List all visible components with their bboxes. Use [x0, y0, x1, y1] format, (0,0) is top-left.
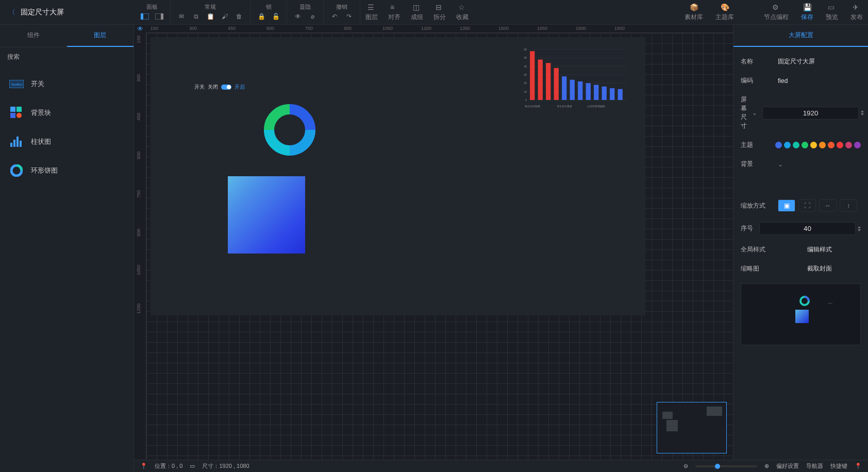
capture-cover-button[interactable]: 截取封面	[778, 264, 861, 273]
layer-item-donut[interactable]: 环形饼图	[7, 156, 126, 185]
nav-button[interactable]: 导航器	[806, 462, 823, 470]
tab-layers[interactable]: 图层	[67, 25, 134, 47]
theme-lib-button[interactable]: 🎨主题库	[710, 1, 739, 24]
ruler-corner-icon[interactable]: 👁	[134, 25, 146, 33]
node-editor-button[interactable]: ⚙节点编程	[759, 1, 794, 24]
align-menu-label: 对齐	[388, 13, 400, 22]
svg-rect-35	[570, 80, 575, 100]
theme-swatch[interactable]	[854, 142, 861, 148]
preview-label: 预览	[826, 13, 838, 22]
order-label: 序号	[741, 224, 754, 233]
theme-swatch[interactable]	[845, 142, 852, 148]
panel-left-icon[interactable]	[140, 12, 149, 21]
material-lib-button[interactable]: 📦素材库	[679, 1, 708, 24]
scale-mode-width[interactable]: ↔	[819, 199, 837, 212]
thumbnail-preview: —	[741, 283, 861, 345]
theme-lib-label: 主题库	[715, 13, 734, 22]
order-input[interactable]	[759, 222, 856, 235]
zoom-slider[interactable]	[695, 465, 757, 467]
bar-chart-icon	[9, 136, 24, 148]
svg-rect-13	[20, 141, 22, 147]
shortcut-button[interactable]: 快捷键	[830, 462, 847, 470]
theme-swatch[interactable]	[775, 142, 782, 148]
unlock-icon[interactable]: 🔓	[271, 12, 280, 21]
undo-icon[interactable]: ↶	[330, 12, 339, 21]
theme-swatch[interactable]	[837, 142, 843, 148]
size-value: 1920 , 1080	[219, 463, 249, 469]
chevron-down-icon[interactable]: ⌄	[752, 109, 757, 116]
favorite-button[interactable]: ☆收藏	[451, 1, 474, 24]
svg-text:30: 30	[524, 73, 527, 76]
layer-item-bar[interactable]: 柱状图	[7, 127, 126, 156]
theme-swatch[interactable]	[810, 142, 817, 148]
width-input[interactable]	[762, 107, 859, 120]
toolbar: 面板 常规 ✉ ⧉ 📋 🖌 🗑 锁 🔒 🔓 显隐	[134, 1, 868, 24]
layer-label: 环形饼图	[31, 166, 58, 175]
canvas-grid[interactable]: 开关 关闭 开启 0102030405060每日访问链接考生排名看板公司经营驾驶…	[146, 33, 733, 460]
ungroup-button[interactable]: ⊟拆分	[428, 1, 451, 24]
config-tab[interactable]: 大屏配置	[733, 25, 868, 47]
brush-icon[interactable]: 🖌	[220, 12, 229, 21]
chevron-down-icon[interactable]: ⌄	[778, 161, 783, 168]
zoom-out-icon[interactable]: ⊖	[683, 463, 688, 469]
svg-rect-31	[538, 60, 543, 100]
lock-icon[interactable]: 🔒	[257, 12, 266, 21]
pin-icon[interactable]: 📍	[140, 463, 147, 469]
group-button[interactable]: ◫成组	[406, 1, 428, 24]
size-icon: ▭	[190, 463, 195, 469]
edit-style-button[interactable]: 编辑样式	[778, 245, 861, 254]
paste-icon[interactable]: 📋	[206, 12, 215, 21]
name-value[interactable]: 固定尺寸大屏	[778, 57, 861, 66]
tab-components[interactable]: 组件	[0, 25, 67, 47]
thumb-label: 缩略图	[741, 264, 773, 273]
stage[interactable]: 开关 关闭 开启 0102030405060每日访问链接考生排名看板公司经营驾驶…	[151, 37, 645, 315]
global-style-label: 全局样式	[741, 245, 773, 254]
code-value[interactable]: fied	[778, 77, 861, 85]
bar-chart-widget[interactable]: 0102030405060每日访问链接考生排名看板公司经营驾驶舱	[519, 47, 627, 109]
panel-right-icon[interactable]	[155, 12, 164, 21]
donut-widget[interactable]	[261, 102, 318, 158]
switch-off-label: 关闭	[208, 83, 218, 91]
theme-swatch[interactable]	[802, 142, 808, 148]
show-icon[interactable]: 👁	[293, 12, 303, 21]
zoom-in-icon[interactable]: ⊕	[764, 463, 769, 469]
switch-widget[interactable]: 开关 关闭 开启	[194, 83, 245, 91]
theme-label: 主题	[741, 141, 770, 149]
hide-icon[interactable]: ⌀	[308, 12, 317, 21]
layer-menu-button[interactable]: ☰图层	[360, 1, 383, 24]
svg-rect-33	[554, 68, 559, 100]
layer-label: 柱状图	[31, 137, 51, 146]
locate-icon[interactable]: 📍	[855, 463, 862, 469]
donut-chart-icon	[9, 164, 24, 177]
theme-swatch[interactable]	[819, 142, 826, 148]
svg-text:10: 10	[524, 90, 527, 93]
back-icon[interactable]: 〈	[8, 8, 15, 17]
redo-icon[interactable]: ↷	[344, 12, 354, 21]
save-button[interactable]: 💾保存	[796, 1, 819, 24]
svg-text:公司经营驾驶舱: 公司经营驾驶舱	[587, 105, 605, 108]
layer-item-switch[interactable]: TextBox 开关	[7, 70, 126, 98]
group-undo-label: 撤销	[336, 3, 347, 11]
preview-button[interactable]: ▭预览	[821, 1, 843, 24]
layer-menu-label: 图层	[365, 13, 378, 22]
order-stepper[interactable]	[858, 226, 861, 231]
delete-icon[interactable]: 🗑	[235, 12, 244, 21]
copy-icon[interactable]: ⧉	[191, 12, 201, 21]
pref-button[interactable]: 偏好设置	[776, 462, 799, 470]
theme-swatch[interactable]	[784, 142, 791, 148]
width-stepper[interactable]	[861, 110, 864, 115]
scale-mode-height[interactable]: ↕	[840, 199, 857, 212]
theme-swatch[interactable]	[828, 142, 834, 148]
scale-mode-fill[interactable]: ▣	[778, 199, 795, 212]
toggle-icon[interactable]	[221, 85, 231, 90]
block-widget[interactable]	[228, 176, 305, 254]
publish-button[interactable]: ✈发布	[845, 1, 868, 24]
minimap[interactable]	[657, 402, 727, 453]
layer-item-block[interactable]: 背景块	[7, 98, 126, 127]
bg-label: 背景	[741, 160, 773, 168]
search-row[interactable]: 搜索	[0, 47, 133, 66]
scale-mode-fit[interactable]: ⛶	[798, 199, 816, 212]
save-local-icon[interactable]: ✉	[177, 12, 186, 21]
align-menu-button[interactable]: ≡对齐	[383, 1, 406, 24]
theme-swatch[interactable]	[793, 142, 799, 148]
